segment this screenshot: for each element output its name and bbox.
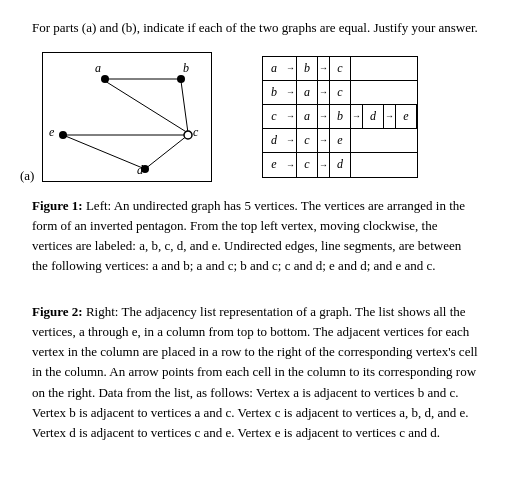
adj-cell-e: e (263, 153, 285, 177)
svg-line-4 (63, 135, 145, 169)
vertex-b-label: b (183, 61, 189, 76)
arr-d: → (285, 135, 296, 145)
figure2-label: Figure 2: (32, 304, 83, 319)
intro-text: For parts (a) and (b), indicate if each … (32, 18, 479, 38)
adj-item-e-c: c (296, 153, 318, 177)
svg-point-6 (101, 75, 109, 83)
arr-c2: → (318, 111, 329, 121)
svg-point-7 (177, 75, 185, 83)
vertex-c-label: c (193, 125, 198, 140)
part-label: (a) (20, 168, 34, 184)
adj-row-e: → c → d (285, 153, 417, 177)
adj-item-c-a: a (296, 104, 318, 128)
svg-line-2 (181, 81, 188, 133)
arr-b: → (285, 87, 296, 97)
adj-cell-b: b (263, 81, 285, 105)
arr-c4: → (384, 111, 395, 121)
adj-item-d-c: c (296, 128, 318, 152)
adj-item-c-e: e (395, 104, 417, 128)
figure2-caption: Figure 2: Right: The adjacency list repr… (32, 302, 479, 443)
adj-item-b-a: a (296, 80, 318, 104)
svg-point-8 (184, 131, 192, 139)
arr-e2: → (318, 160, 329, 170)
arr-c: → (285, 111, 296, 121)
arr-d2: → (318, 135, 329, 145)
svg-line-3 (145, 135, 188, 169)
vertex-d-label: d (137, 163, 143, 178)
adj-item-e-d: d (329, 153, 351, 177)
figure1-label: Figure 1: (32, 198, 83, 213)
adj-row-c: → a → b → d → e (285, 105, 417, 129)
svg-point-10 (59, 131, 67, 139)
adj-cell-c: c (263, 105, 285, 129)
vertex-e-label: e (49, 125, 54, 140)
figure1-caption-text: Left: An undirected graph has 5 vertices… (32, 198, 465, 273)
adj-row-a: → b → c (285, 57, 417, 81)
adj-item-a-c: c (329, 56, 351, 80)
adj-row-d: → c → e (285, 129, 417, 153)
adj-item-c-b: b (329, 104, 351, 128)
vertex-a-label: a (95, 61, 101, 76)
adj-item-a-b: b (296, 56, 318, 80)
figures-row: a b c d e (a) a b c d e → b → (32, 52, 479, 182)
adj-row-b: → a → c (285, 81, 417, 105)
adj-wrapper: a b c d e → b → c → a → (262, 56, 418, 178)
graph-figure: a b c d e (a) (42, 52, 212, 182)
arr-c3: → (351, 111, 362, 121)
arr-a: → (285, 63, 296, 73)
adj-cell-d: d (263, 129, 285, 153)
adj-rows-col: → b → c → a → c → a → b → (285, 57, 417, 177)
figure1-caption: Figure 1: Left: An undirected graph has … (32, 196, 479, 277)
adj-item-d-e: e (329, 128, 351, 152)
figure2-caption-text: Right: The adjacency list representation… (32, 304, 478, 440)
svg-line-1 (105, 81, 188, 133)
arr-b2: → (318, 87, 329, 97)
arr-a2: → (318, 63, 329, 73)
adj-main-col: a b c d e (263, 57, 285, 177)
adj-cell-a: a (263, 57, 285, 81)
adj-list-figure: a b c d e → b → c → a → (262, 56, 418, 178)
adj-item-c-d: d (362, 104, 384, 128)
adj-item-b-c: c (329, 80, 351, 104)
graph-box: a b c d e (42, 52, 212, 182)
arr-e: → (285, 160, 296, 170)
